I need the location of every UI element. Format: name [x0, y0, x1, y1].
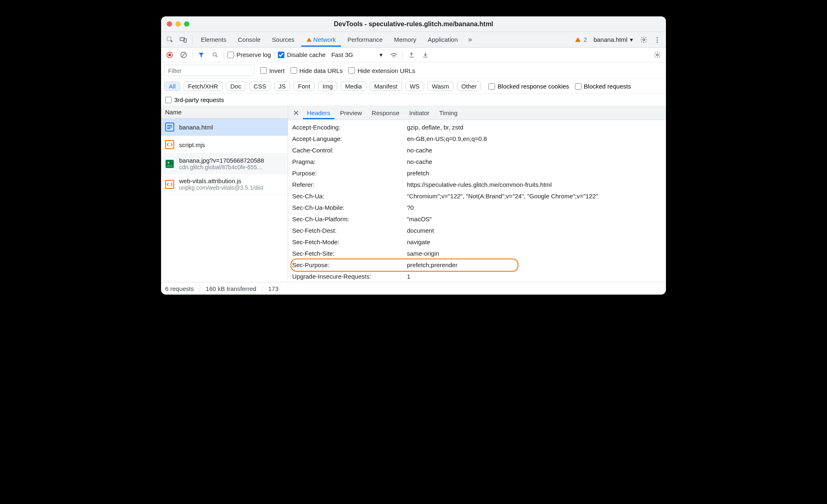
divider	[402, 51, 403, 59]
headers-list: Accept-Encoding:gzip, deflate, br, zstdA…	[288, 120, 666, 282]
script-file-icon	[164, 139, 175, 150]
detail-tab-preview[interactable]: Preview	[336, 107, 366, 119]
disable-cache-checkbox[interactable]: Disable cache	[278, 51, 325, 58]
main-tabbar: ElementsConsoleSourcesNetworkPerformance…	[161, 32, 666, 48]
third-party-label: 3rd-party requests	[174, 96, 224, 103]
status-requests: 6 requests	[165, 285, 194, 292]
context-selector[interactable]: banana.html ▾	[593, 36, 633, 43]
kebab-menu-icon[interactable]: ⋮	[651, 34, 663, 45]
header-row: Upgrade-Insecure-Requests:1	[288, 271, 666, 282]
filter-input[interactable]	[164, 65, 254, 76]
tab-sources[interactable]: Sources	[267, 33, 300, 46]
third-party-checkbox[interactable]: 3rd-party requests	[165, 96, 662, 103]
request-row[interactable]: banana.html	[161, 118, 288, 136]
throttle-select[interactable]: Fast 3G ▾	[329, 50, 385, 59]
type-chip-css[interactable]: CSS	[249, 82, 271, 91]
invert-label: Invert	[269, 67, 285, 74]
request-list: banana.htmlscript.mjsbanana.jpg?v=170566…	[161, 118, 288, 282]
header-row: Accept-Encoding:gzip, deflate, br, zstd	[288, 122, 666, 133]
type-chip-js[interactable]: JS	[274, 82, 291, 91]
record-icon[interactable]	[164, 50, 175, 60]
clear-icon[interactable]	[178, 50, 189, 60]
divider	[192, 36, 193, 44]
tab-application[interactable]: Application	[423, 33, 463, 46]
tab-network[interactable]: Network	[301, 33, 341, 47]
content-area: Name banana.htmlscript.mjsbanana.jpg?v=1…	[161, 106, 666, 282]
request-row[interactable]: script.mjs	[161, 136, 288, 154]
close-window-icon[interactable]	[167, 21, 172, 27]
traffic-lights	[167, 21, 189, 27]
divider	[224, 51, 224, 59]
hide-data-label: Hide data URLs	[300, 67, 343, 74]
network-conditions-icon[interactable]	[389, 50, 399, 60]
panel-settings-gear-icon[interactable]	[652, 50, 663, 60]
header-name: Accept-Language:	[292, 134, 407, 144]
header-row: Accept-Language:en-GB,en-US;q=0.9,en;q=0…	[288, 133, 666, 145]
tab-console[interactable]: Console	[233, 33, 266, 46]
settings-gear-icon[interactable]	[638, 34, 650, 45]
blocked-requests-checkbox[interactable]: Blocked requests	[575, 83, 631, 90]
zoom-window-icon[interactable]	[184, 21, 189, 27]
preserve-log-checkbox[interactable]: Preserve log	[227, 51, 271, 58]
chevron-down-icon: ▾	[379, 51, 383, 59]
header-value: no-cache	[407, 157, 662, 167]
type-chip-manifest[interactable]: Manifest	[370, 82, 402, 91]
import-har-icon[interactable]	[420, 50, 431, 60]
detail-tab-response[interactable]: Response	[368, 107, 404, 119]
type-chip-media[interactable]: Media	[341, 82, 366, 91]
svg-point-16	[168, 162, 169, 163]
header-name: Cache-Control:	[292, 145, 407, 155]
divider	[274, 51, 275, 59]
header-value: prefetch;prerender	[407, 260, 662, 270]
header-name: Purpose:	[292, 168, 407, 178]
tab-memory[interactable]: Memory	[389, 33, 421, 46]
header-name: Pragma:	[292, 157, 407, 167]
request-row[interactable]: banana.jpg?v=1705668720588cdn.glitch.glo…	[161, 154, 288, 174]
header-row: Sec-Ch-Ua:"Chromium";v="122", "Not(A:Bra…	[288, 191, 666, 202]
invert-checkbox[interactable]: Invert	[260, 67, 285, 74]
search-icon[interactable]	[210, 50, 220, 60]
request-row[interactable]: web-vitals.attribution.jsunpkg.com/web-v…	[161, 174, 288, 195]
hide-data-urls-checkbox[interactable]: Hide data URLs	[291, 67, 343, 74]
detail-tab-initiator[interactable]: Initiator	[405, 107, 434, 119]
blocked-cookies-checkbox[interactable]: Blocked response cookies	[488, 83, 569, 90]
type-chip-other[interactable]: Other	[457, 82, 482, 91]
header-name: Accept-Encoding:	[292, 123, 407, 132]
minimize-window-icon[interactable]	[175, 21, 181, 27]
type-chip-doc[interactable]: Doc	[226, 82, 246, 91]
header-row: Sec-Fetch-Dest:document	[288, 225, 666, 236]
script-file-icon	[164, 179, 175, 190]
filter-funnel-icon[interactable]	[196, 50, 207, 60]
type-chip-fetch-xhr[interactable]: Fetch/XHR	[184, 82, 223, 91]
type-chip-font[interactable]: Font	[293, 82, 315, 91]
type-chip-wasm[interactable]: Wasm	[427, 82, 454, 91]
tab-elements[interactable]: Elements	[196, 33, 232, 46]
hide-ext-label: Hide extension URLs	[357, 67, 415, 74]
warning-badge[interactable]: 2	[575, 36, 587, 43]
detail-tab-timing[interactable]: Timing	[435, 107, 461, 119]
header-name: Sec-Purpose:	[292, 260, 407, 270]
disable-cache-label: Disable cache	[287, 51, 325, 58]
more-tabs-icon[interactable]: »	[464, 34, 476, 45]
inspect-icon[interactable]	[164, 34, 176, 45]
header-row: Cache-Control:no-cache	[288, 145, 666, 156]
export-har-icon[interactable]	[406, 50, 417, 60]
blocked-requests-label: Blocked requests	[584, 83, 631, 90]
device-toggle-icon[interactable]	[177, 34, 189, 45]
type-chip-ws[interactable]: WS	[405, 82, 424, 91]
tab-performance[interactable]: Performance	[343, 33, 388, 46]
context-label: banana.html	[593, 36, 627, 43]
network-toolbar: Preserve log Disable cache Fast 3G ▾	[161, 48, 666, 62]
hide-extension-urls-checkbox[interactable]: Hide extension URLs	[348, 67, 415, 74]
type-chip-all[interactable]: All	[164, 82, 180, 91]
close-detail-icon[interactable]: ✕	[291, 109, 301, 118]
header-value: no-cache	[407, 145, 662, 155]
sidebar-header: Name	[161, 106, 288, 118]
type-chip-img[interactable]: Img	[318, 82, 337, 91]
divider	[192, 51, 193, 59]
img-file-icon	[164, 159, 175, 169]
header-value: navigate	[407, 237, 662, 247]
warning-count: 2	[584, 36, 587, 43]
header-value: https://speculative-rules.glitch.me/comm…	[407, 180, 662, 190]
detail-tab-headers[interactable]: Headers	[303, 107, 334, 119]
